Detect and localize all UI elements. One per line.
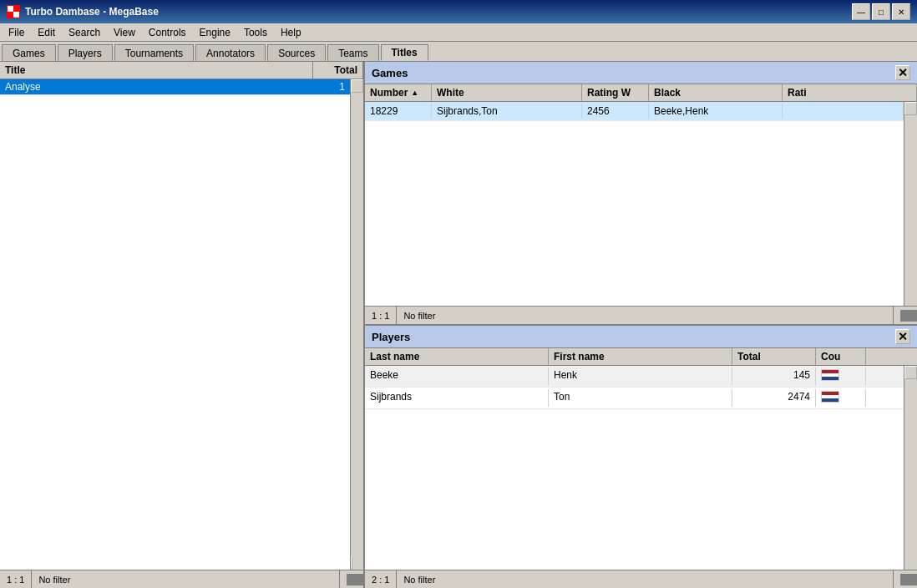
left-panel-rows: Analyse 1 — [0, 79, 350, 570]
title-bar: Turbo Dambase - MegaBase — □ ✕ — [0, 0, 917, 23]
col-lastname-header[interactable]: Last name — [365, 348, 549, 365]
player-country-flag — [816, 389, 866, 407]
tab-tournaments[interactable]: Tournaments — [114, 44, 194, 61]
menu-engine[interactable]: Engine — [193, 23, 237, 41]
svg-rect-1 — [13, 12, 19, 18]
col-total-header[interactable]: Total — [732, 348, 816, 365]
left-panel-header: Title Total — [0, 62, 363, 79]
col-number-header[interactable]: Number — [365, 84, 432, 101]
players-panel-header: Players ✕ — [365, 326, 917, 348]
players-status-box — [900, 574, 917, 585]
players-table-header: Last name First name Total Cou — [365, 348, 917, 366]
left-status-bar: 1 : 1 No filter — [0, 570, 363, 588]
menu-search[interactable]: Search — [62, 23, 107, 41]
game-white: Sijbrands,Ton — [432, 104, 582, 119]
col-rating-w-header[interactable]: Rating W — [582, 84, 649, 101]
flag-nl — [821, 369, 839, 381]
games-filter: No filter — [397, 307, 894, 324]
menu-controls[interactable]: Controls — [142, 23, 193, 41]
tab-annotators[interactable]: Annotators — [195, 44, 266, 61]
player-total: 2474 — [732, 389, 816, 407]
game-row[interactable]: 18229 Sijbrands,Ton 2456 Beeke,Henk — [365, 102, 904, 121]
col-header-total: Total — [313, 62, 363, 79]
games-position: 1 : 1 — [365, 307, 397, 324]
player-lastname: Sijbrands — [365, 389, 549, 407]
menu-view[interactable]: View — [107, 23, 142, 41]
left-status-box — [347, 574, 363, 585]
player-firstname: Ton — [549, 389, 732, 407]
games-close-button[interactable]: ✕ — [895, 65, 910, 80]
col-firstname-header[interactable]: First name — [549, 348, 732, 365]
col-rating-b-header[interactable]: Rati — [783, 84, 917, 101]
game-rating-b — [783, 104, 904, 119]
games-table-rows: 18229 Sijbrands,Ton 2456 Beeke,Henk — [365, 102, 904, 306]
flag-nl — [821, 391, 839, 403]
tab-bar: Games Players Tournaments Annotators Sou… — [0, 42, 917, 62]
player-firstname: Henk — [549, 368, 732, 385]
games-table-header: Number White Rating W Black Rati — [365, 84, 917, 102]
app-title: Turbo Dambase - MegaBase — [25, 6, 159, 18]
menu-bar: File Edit Search View Controls Engine To… — [0, 23, 917, 42]
title-row[interactable]: Analyse 1 — [0, 79, 350, 95]
player-row[interactable]: Beeke Henk 145 — [365, 366, 904, 388]
col-black-header[interactable]: Black — [649, 84, 783, 101]
players-panel: Players ✕ Last name First name Total — [365, 326, 917, 588]
player-country-flag — [816, 368, 866, 385]
tab-games[interactable]: Games — [2, 44, 56, 61]
games-panel: Games ✕ Number White Rating W Black — [365, 62, 917, 326]
right-panel: Games ✕ Number White Rating W Black — [365, 62, 917, 588]
player-lastname: Beeke — [365, 368, 549, 385]
close-button[interactable]: ✕ — [892, 3, 910, 20]
left-panel: Title Total Analyse 1 1 : 1 — [0, 62, 365, 588]
player-row[interactable]: Sijbrands Ton 2474 — [365, 388, 904, 409]
players-scrollbar[interactable] — [904, 366, 917, 570]
left-panel-scrollbar[interactable] — [350, 79, 363, 570]
tab-sources[interactable]: Sources — [267, 44, 326, 61]
app-icon — [7, 5, 20, 18]
maximize-button[interactable]: □ — [872, 3, 890, 20]
game-black: Beeke,Henk — [649, 104, 783, 119]
tab-titles[interactable]: Titles — [381, 44, 428, 61]
svg-rect-3 — [8, 12, 13, 18]
svg-rect-2 — [13, 6, 19, 12]
players-table-rows: Beeke Henk 145 Sijbrands Ton 2474 — [365, 366, 904, 570]
menu-tools[interactable]: Tools — [237, 23, 274, 41]
tab-teams[interactable]: Teams — [327, 44, 378, 61]
players-close-button[interactable]: ✕ — [895, 329, 910, 344]
svg-rect-0 — [8, 6, 13, 12]
games-panel-header: Games ✕ — [365, 62, 917, 84]
left-filter: No filter — [32, 570, 340, 588]
players-panel-title: Players — [372, 331, 410, 343]
players-status-bar: 2 : 1 No filter — [365, 570, 917, 588]
col-white-header[interactable]: White — [432, 84, 582, 101]
col-header-title: Title — [0, 62, 313, 79]
menu-help[interactable]: Help — [274, 23, 308, 41]
title-row-name: Analyse — [5, 81, 295, 93]
title-row-total: 1 — [295, 81, 345, 93]
game-number: 18229 — [365, 104, 432, 119]
left-position: 1 : 1 — [0, 570, 32, 588]
main-layout: Title Total Analyse 1 1 : 1 — [0, 62, 917, 588]
tab-players[interactable]: Players — [58, 44, 113, 61]
games-scrollbar[interactable] — [904, 102, 917, 306]
col-country-header[interactable]: Cou — [816, 348, 866, 365]
players-position: 2 : 1 — [365, 570, 397, 588]
minimize-button[interactable]: — — [852, 3, 870, 20]
games-panel-title: Games — [372, 67, 408, 79]
games-status-box — [900, 310, 917, 322]
games-status-bar: 1 : 1 No filter — [365, 306, 917, 324]
players-filter: No filter — [397, 570, 894, 588]
game-rating-w: 2456 — [582, 104, 649, 119]
player-total: 145 — [732, 368, 816, 385]
menu-file[interactable]: File — [2, 23, 31, 41]
menu-edit[interactable]: Edit — [31, 23, 62, 41]
